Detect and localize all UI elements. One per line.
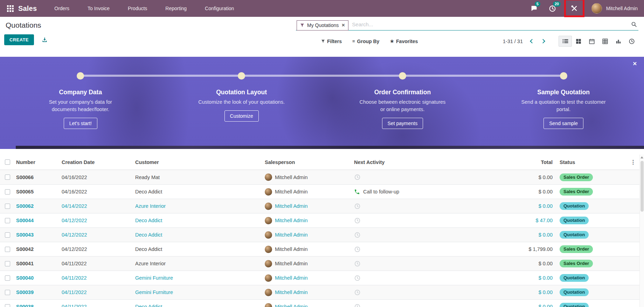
schedule-activity-clock-icon[interactable] [354,246,361,253]
step-dot [77,72,84,80]
order-total: $ 0.00 [504,189,557,195]
banner-close-icon[interactable]: ✕ [632,61,637,67]
scrollbar-thumb[interactable] [640,161,644,212]
step-action-button[interactable]: Set payments [382,118,423,129]
pager-next-button[interactable] [541,39,545,43]
step-action-button[interactable]: Customize [224,110,259,122]
nav-menu-item[interactable]: Reporting [165,6,187,11]
user-avatar[interactable] [591,3,602,14]
nav-menu-item[interactable]: Products [128,6,147,11]
row-checkbox[interactable] [5,218,10,223]
row-checkbox[interactable] [5,304,10,307]
create-button[interactable]: CREATE [4,34,34,45]
page-title: Quotations [6,21,41,29]
kanban-view-icon [575,38,582,45]
nav-menu-item[interactable]: Configuration [205,6,234,11]
graph-view-button[interactable] [612,36,625,47]
app-name[interactable]: Sales [18,5,37,13]
kanban-view-button[interactable] [572,36,585,47]
quotation-row[interactable]: S00039 04/11/2022 Gemini Furniture Mitch… [0,285,639,299]
schedule-activity-clock-icon[interactable] [354,174,361,180]
header-salesperson[interactable]: Salesperson [262,159,351,165]
nav-menu-item[interactable]: To Invoice [88,6,110,11]
row-checkbox[interactable] [5,290,10,295]
quotation-row[interactable]: S00040 04/11/2022 Gemini Furniture Mitch… [0,271,639,285]
pager-previous-button[interactable] [530,39,534,43]
header-customer[interactable]: Customer [132,159,262,165]
activities-button[interactable]: 20 [548,4,557,13]
select-all-checkbox[interactable] [5,159,10,165]
customer-name: Azure Interior [132,261,262,266]
customer-name: Deco Addict [132,246,262,252]
row-checkbox[interactable] [5,275,10,281]
nav-menu-item[interactable]: Orders [54,6,69,11]
group-by-dropdown[interactable]: ≡ Group By [352,39,379,44]
schedule-activity-clock-icon[interactable] [354,217,361,224]
next-activity-cell [351,289,504,296]
activity-view-button[interactable] [625,36,638,47]
schedule-activity-clock-icon[interactable] [354,260,361,267]
quotation-row[interactable]: S00044 04/12/2022 Deco Addict Mitchell A… [0,213,639,227]
schedule-activity-clock-icon[interactable] [354,203,361,210]
salesperson-avatar [265,203,272,210]
calendar-view-button[interactable] [585,36,598,47]
order-total: $ 0.00 [504,175,557,180]
header-next-activity[interactable]: Next Activity [351,159,504,165]
step-dot [399,72,406,80]
header-total[interactable]: Total [504,159,557,165]
phone-activity-icon[interactable] [354,189,360,195]
remove-facet-icon[interactable]: ✕ [341,23,345,28]
header-status[interactable]: Status [557,159,609,165]
optional-columns-icon[interactable]: ⋮ [609,159,639,165]
status-cell: Quotation [557,202,609,210]
schedule-activity-clock-icon[interactable] [354,289,361,296]
customer-name: Deco Addict [132,304,262,307]
salesperson-name: Mitchell Admin [275,175,307,180]
nav-menu: Orders To Invoice Products Reporting Con… [54,6,234,11]
schedule-activity-clock-icon[interactable] [354,303,361,307]
quotation-row[interactable]: S00065 04/16/2022 Deco Addict Mitchell A… [0,184,639,199]
row-checkbox[interactable] [5,189,10,195]
status-cell: Quotation [557,288,609,296]
search-input[interactable] [348,20,631,29]
step-action-button[interactable]: Send sample [543,118,583,129]
row-checkbox[interactable] [5,247,10,252]
user-name[interactable]: Mitchell Admin [606,6,638,11]
quotation-row[interactable]: S00038 04/11/2022 Deco Addict Mitchell A… [0,299,639,307]
messages-button[interactable]: 5 [530,4,539,13]
step-action-button[interactable]: Let's start! [64,118,97,129]
export-button[interactable] [42,37,48,43]
quotation-row[interactable]: S00066 04/16/2022 Ready Mat Mitchell Adm… [0,170,639,184]
row-checkbox[interactable] [5,261,10,266]
row-checkbox[interactable] [5,175,10,180]
onboarding-steps: Company Data Set your company's data for… [0,57,644,149]
row-checkbox[interactable] [5,232,10,238]
quotation-row[interactable]: S00062 04/14/2022 Azure Interior Mitchel… [0,199,639,213]
debug-tools-button[interactable] [570,4,579,13]
salesperson-name: Mitchell Admin [275,246,307,252]
favorites-dropdown[interactable]: ★ Favorites [390,39,418,44]
apps-menu-icon[interactable] [4,2,16,14]
pivot-view-button[interactable] [598,36,612,47]
quotation-row[interactable]: S00041 04/11/2022 Azure Interior Mitchel… [0,256,639,271]
order-number: S00066 [13,175,59,180]
quotation-row[interactable]: S00043 04/12/2022 Deco Addict Mitchell A… [0,227,639,242]
header-creation-date[interactable]: Creation Date [59,159,132,165]
group-by-icon: ≡ [352,39,355,44]
schedule-activity-clock-icon[interactable] [354,275,361,281]
order-number: S00042 [13,246,59,252]
quotation-row[interactable]: S00042 04/12/2022 Deco Addict Mitchell A… [0,242,639,256]
row-select-cell [0,232,13,238]
filters-label: Filters [327,39,342,44]
salesperson-cell: Mitchell Admin [262,289,351,296]
header-number[interactable]: Number [13,159,59,165]
search-button[interactable] [631,21,638,27]
row-checkbox[interactable] [5,204,10,209]
search-facet[interactable]: My Quotations ✕ [297,20,348,30]
vertical-scrollbar[interactable] [639,155,644,307]
scroll-up-arrow[interactable] [640,156,643,158]
schedule-activity-clock-icon[interactable] [354,232,361,238]
step-subtitle: Customize the look of your quotations. [197,98,286,106]
filters-dropdown[interactable]: Filters [321,39,342,44]
list-view-button[interactable] [559,36,572,47]
